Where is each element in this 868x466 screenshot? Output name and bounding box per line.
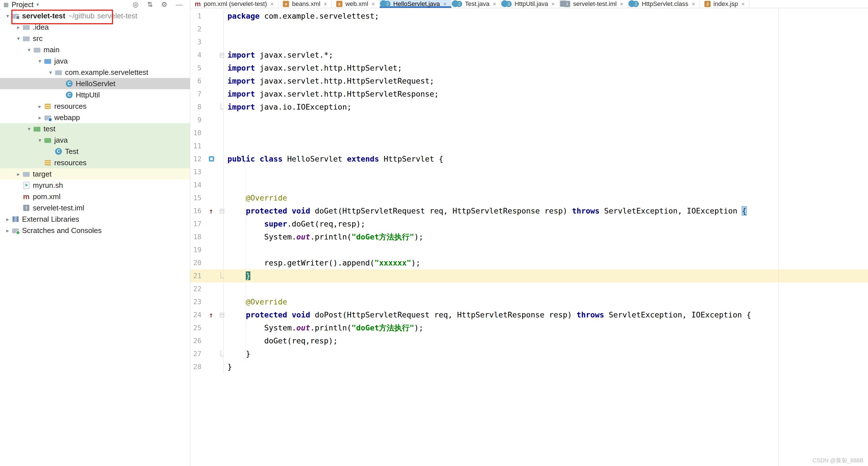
project-panel-title[interactable]: Project xyxy=(11,1,34,9)
overriding-method-gutter-icon[interactable]: ↑ xyxy=(206,204,216,218)
chevron-right-icon[interactable]: ▸ xyxy=(3,227,12,234)
hide-panel-icon[interactable]: — xyxy=(176,1,183,8)
tree-item-resources[interactable]: resources xyxy=(0,157,190,168)
tree-item-pom-xml[interactable]: pom.xml xyxy=(0,191,190,202)
code-editor[interactable]: 1package com.example.servelettest;234imp… xyxy=(190,8,868,466)
locate-file-icon[interactable]: ◎ xyxy=(132,1,138,8)
chevron-down-icon[interactable]: ▾ xyxy=(14,35,23,42)
tab-test-java[interactable]: CTest.java× xyxy=(452,0,501,8)
code-line[interactable]: 10 xyxy=(190,127,868,139)
chevron-down-icon[interactable]: ▾ xyxy=(25,126,33,132)
code-token: out xyxy=(297,323,310,332)
code-line[interactable]: 20 resp.getWriter().append("xxxxxx"); xyxy=(190,257,868,269)
tree-item-httputil[interactable]: HttpUtil xyxy=(0,89,190,101)
code-line[interactable]: 12public class HelloServlet extends Http… xyxy=(190,153,868,166)
close-icon[interactable]: × xyxy=(741,1,745,7)
tree-item-myrun-sh[interactable]: myrun.sh xyxy=(0,179,190,191)
tab-servelet-test-iml[interactable]: iservelet-test.iml× xyxy=(559,0,628,8)
tree-item-webapp[interactable]: ▸webapp xyxy=(0,112,190,123)
chevron-down-icon[interactable]: ▾ xyxy=(36,1,39,8)
code-line[interactable]: 11 xyxy=(190,139,868,153)
code-line[interactable]: 9 xyxy=(190,113,868,127)
tab-httpservlet-class[interactable]: CHttpServlet.class× xyxy=(628,0,700,8)
code-line[interactable]: 16↑ protected void doGet(HttpServletRequ… xyxy=(190,204,868,218)
tree-item-src[interactable]: ▾src xyxy=(0,33,190,44)
tree-item-helloservlet[interactable]: HelloServlet xyxy=(0,78,190,89)
tab-beans-xml[interactable]: xbeans.xml× xyxy=(278,0,332,8)
code-line[interactable]: 2 xyxy=(190,23,868,36)
code-token: java.io.IOException; xyxy=(255,102,351,111)
tree-item-java[interactable]: ▾java xyxy=(0,55,190,67)
close-icon[interactable]: × xyxy=(552,1,555,7)
code-line[interactable]: 1package com.example.servelettest; xyxy=(190,10,868,23)
settings-gear-icon[interactable]: ⚙ xyxy=(161,1,167,8)
chevron-right-icon[interactable]: ▸ xyxy=(3,216,12,223)
close-icon[interactable]: × xyxy=(493,1,496,7)
tab-index-jsp[interactable]: Jindex.jsp× xyxy=(700,0,750,8)
tree-item-servelet-test-iml[interactable]: servelet-test.iml xyxy=(0,202,190,213)
chevron-down-icon[interactable]: ▾ xyxy=(25,46,33,53)
tree-item-scratches-and-consoles[interactable]: ▸Scratches and Consoles xyxy=(0,225,190,236)
code-line[interactable]: 13 xyxy=(190,166,868,178)
chevron-down-icon[interactable]: ▾ xyxy=(3,13,12,19)
tree-item-servelet-test[interactable]: ▾servelet-test~/githubservelet-test xyxy=(0,10,190,22)
code-line[interactable]: 26 doGet(req,resp); xyxy=(190,334,868,347)
fold-marker-end[interactable] xyxy=(221,103,223,109)
tree-item-java[interactable]: ▾java xyxy=(0,134,190,146)
tab-httputil-java[interactable]: CHttpUtil.java× xyxy=(501,0,559,8)
close-icon[interactable]: × xyxy=(620,1,623,7)
code-line[interactable]: 19 xyxy=(190,243,868,257)
chevron-down-icon[interactable]: ▾ xyxy=(36,137,44,143)
code-line[interactable]: 27 } xyxy=(190,347,868,360)
chevron-right-icon[interactable]: ▸ xyxy=(36,103,44,109)
tree-item-target[interactable]: ▸target xyxy=(0,168,190,179)
code-line[interactable]: 22 xyxy=(190,282,868,295)
code-line[interactable]: 15 @Override xyxy=(190,192,868,204)
code-line[interactable]: 6import javax.servlet.http.HttpServletRe… xyxy=(190,74,868,88)
chevron-right-icon[interactable]: ▸ xyxy=(36,114,44,121)
expand-collapse-icon[interactable]: ⇅ xyxy=(147,1,153,8)
code-line[interactable]: 4import javax.servlet.*; xyxy=(190,48,868,62)
tree-item-test[interactable]: Test xyxy=(0,146,190,157)
code-line[interactable]: 24↑ protected void doPost(HttpServletReq… xyxy=(190,308,868,322)
close-icon[interactable]: × xyxy=(270,1,274,7)
tab-web-xml[interactable]: xweb.xml× xyxy=(332,0,379,8)
tree-item-com-example-servelettest[interactable]: ▾com.example.servelettest xyxy=(0,67,190,78)
code-line[interactable]: 3 xyxy=(190,36,868,48)
chevron-down-icon[interactable]: ▾ xyxy=(46,69,55,76)
code-token: doGet(req,resp); xyxy=(227,336,338,345)
fold-marker-end[interactable] xyxy=(221,350,223,356)
fold-marker-end[interactable] xyxy=(221,272,223,278)
code-line[interactable]: 7import javax.servlet.http.HttpServletRe… xyxy=(190,88,868,101)
tree-item-idea[interactable]: ▸.idea xyxy=(0,22,190,33)
overriding-method-gutter-icon[interactable]: ↑ xyxy=(206,308,216,322)
class-file-icon: C xyxy=(384,1,391,7)
code-line[interactable]: 21 } xyxy=(190,269,868,282)
close-icon[interactable]: × xyxy=(372,1,375,7)
code-line[interactable]: 25 System.out.println("doGet方法执行"); xyxy=(190,322,868,334)
chevron-down-icon[interactable]: ▾ xyxy=(36,58,44,64)
related-symbol-gutter-icon[interactable] xyxy=(209,156,214,162)
fold-marker-start[interactable] xyxy=(220,209,224,213)
fold-marker-start[interactable] xyxy=(220,53,224,57)
fold-marker-start[interactable] xyxy=(220,313,224,317)
tab-pom-xml-servelet-test[interactable]: mpom.xml (servelet-test)× xyxy=(190,0,278,8)
code-line[interactable]: 8import java.io.IOException; xyxy=(190,101,868,113)
tree-item-resources[interactable]: ▸resources xyxy=(0,101,190,112)
code-line[interactable]: 18 System.out.println("doGet方法执行"); xyxy=(190,230,868,243)
close-icon[interactable]: × xyxy=(443,1,447,7)
tree-item-test[interactable]: ▾test xyxy=(0,123,190,134)
code-text: @Override xyxy=(224,295,287,308)
chevron-right-icon[interactable]: ▸ xyxy=(14,24,23,31)
code-line[interactable]: 14 xyxy=(190,178,868,192)
close-icon[interactable]: × xyxy=(692,1,695,7)
code-line[interactable]: 17 super.doGet(req,resp); xyxy=(190,218,868,230)
close-icon[interactable]: × xyxy=(324,1,327,7)
tree-item-external-libraries[interactable]: ▸External Libraries xyxy=(0,213,190,225)
chevron-right-icon[interactable]: ▸ xyxy=(14,171,23,177)
tab-helloservlet-java[interactable]: CHelloServlet.java× xyxy=(380,0,452,8)
tree-item-main[interactable]: ▾main xyxy=(0,44,190,55)
code-line[interactable]: 28} xyxy=(190,360,868,373)
code-line[interactable]: 5import javax.servlet.http.HttpServlet; xyxy=(190,62,868,74)
code-line[interactable]: 23 @Override xyxy=(190,295,868,308)
